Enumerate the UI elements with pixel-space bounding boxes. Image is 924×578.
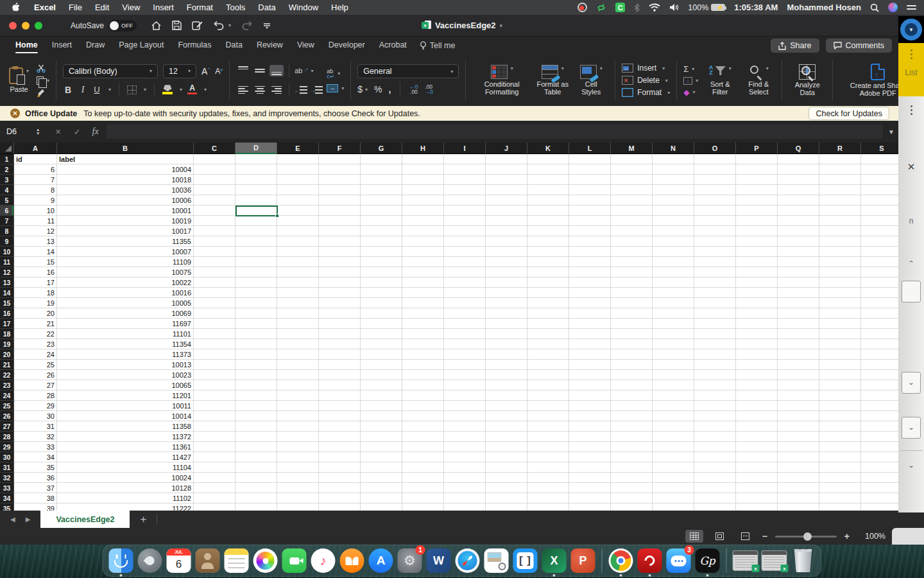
cell-D10[interactable] [235,247,277,257]
cell-H20[interactable] [402,349,444,360]
cell-C35[interactable] [194,504,235,511]
cell-C31[interactable] [194,462,235,473]
cell-Q20[interactable] [778,349,819,360]
paste-button[interactable]: ▾ Paste [5,66,33,94]
cell-M16[interactable] [611,308,653,319]
minimize-window-button[interactable] [22,22,30,30]
cell-B20[interactable]: 11373 [57,349,194,360]
menu-data[interactable]: Data [252,3,282,12]
fill-handle[interactable] [275,214,279,218]
dock-item-trash[interactable] [791,548,816,574]
cell-N34[interactable] [653,493,694,504]
cell-O14[interactable] [694,288,736,298]
cell-F3[interactable] [319,175,361,185]
cell-A10[interactable]: 14 [14,247,57,257]
cell-M10[interactable] [611,247,653,257]
row-header-21[interactable]: 21 [0,360,14,370]
save-icon[interactable] [172,21,182,30]
cell-C25[interactable] [194,401,235,411]
column-header-D[interactable]: D [235,143,277,154]
cell-L6[interactable] [569,206,611,216]
cell-H13[interactable] [402,277,444,288]
menu-file[interactable]: File [62,3,89,12]
cell-L20[interactable] [569,349,611,360]
cell-B13[interactable]: 10022 [57,277,194,288]
cell-L31[interactable] [569,462,611,473]
cell-S25[interactable] [861,401,898,411]
cell-B11[interactable]: 11109 [57,257,194,267]
column-header-E[interactable]: E [277,143,319,154]
cell-D1[interactable] [235,154,277,164]
cell-A4[interactable]: 8 [14,185,57,195]
cell-A19[interactable]: 23 [14,339,57,349]
cell-C14[interactable] [194,288,235,298]
cell-F7[interactable] [319,216,361,226]
cell-H4[interactable] [402,185,444,195]
cell-J6[interactable] [486,206,527,216]
cell-H23[interactable] [402,380,444,390]
cell-S18[interactable] [861,329,898,339]
cell-D12[interactable] [235,267,277,277]
cell-C12[interactable] [194,267,235,277]
cell-A5[interactable]: 9 [14,195,57,206]
cell-C1[interactable] [194,154,235,164]
cell-E5[interactable] [277,195,319,206]
cell-C8[interactable] [194,226,235,236]
cell-B7[interactable]: 10019 [57,216,194,226]
bold-button[interactable]: B [63,85,73,95]
cell-H32[interactable] [402,473,444,483]
cell-D35[interactable] [235,504,277,511]
cell-Q4[interactable] [778,185,819,195]
cell-H28[interactable] [402,432,444,442]
cell-L17[interactable] [569,319,611,329]
cell-M14[interactable] [611,288,653,298]
cell-F5[interactable] [319,195,361,206]
cell-R13[interactable] [819,277,861,288]
dock-item-app-store[interactable]: A [368,548,394,574]
cell-E26[interactable] [277,411,319,421]
cell-D34[interactable] [235,493,277,504]
cell-R7[interactable] [819,216,861,226]
cell-A35[interactable]: 39 [14,504,57,511]
cell-P9[interactable] [736,236,778,247]
cell-P21[interactable] [736,360,778,370]
cell-F6[interactable] [319,206,361,216]
cell-S4[interactable] [861,185,898,195]
cell-O35[interactable] [694,504,736,511]
row-header-30[interactable]: 30 [0,452,14,462]
cell-styles-button[interactable]: ▾ Cell Styles [574,64,608,97]
cell-B15[interactable]: 10005 [57,298,194,308]
cell-P19[interactable] [736,339,778,349]
cell-Q14[interactable] [778,288,819,298]
cell-C26[interactable] [194,411,235,421]
dock-item-excel-window-1[interactable]: x [733,548,758,574]
cell-H7[interactable] [402,216,444,226]
cell-D26[interactable] [235,411,277,421]
cell-P25[interactable] [736,401,778,411]
column-header-O[interactable]: O [694,143,736,154]
dock-item-notes[interactable] [224,548,250,574]
cell-O7[interactable] [694,216,736,226]
cell-N1[interactable] [653,154,694,164]
row-header-7[interactable]: 7 [0,216,14,226]
row-header-6[interactable]: 6 [0,206,14,216]
cell-E16[interactable] [277,308,319,319]
cell-P3[interactable] [736,175,778,185]
insert-function-icon[interactable]: fx [92,127,99,137]
menu-clock[interactable]: 1:05:38 AM [734,3,778,12]
cell-R22[interactable] [819,370,861,380]
autosave-control[interactable]: AutoSave OFF [71,20,137,31]
cell-A22[interactable]: 26 [14,370,57,380]
cell-J4[interactable] [486,185,527,195]
cell-M26[interactable] [611,411,653,421]
cell-K7[interactable] [527,216,569,226]
cell-O15[interactable] [694,298,736,308]
comma-button[interactable]: , [388,84,391,94]
row-header-14[interactable]: 14 [0,288,14,298]
cell-C22[interactable] [194,370,235,380]
cell-B25[interactable]: 10011 [57,401,194,411]
column-header-B[interactable]: B [57,143,194,154]
cell-J14[interactable] [486,288,527,298]
cell-Q34[interactable] [778,493,819,504]
cell-D24[interactable] [235,390,277,401]
